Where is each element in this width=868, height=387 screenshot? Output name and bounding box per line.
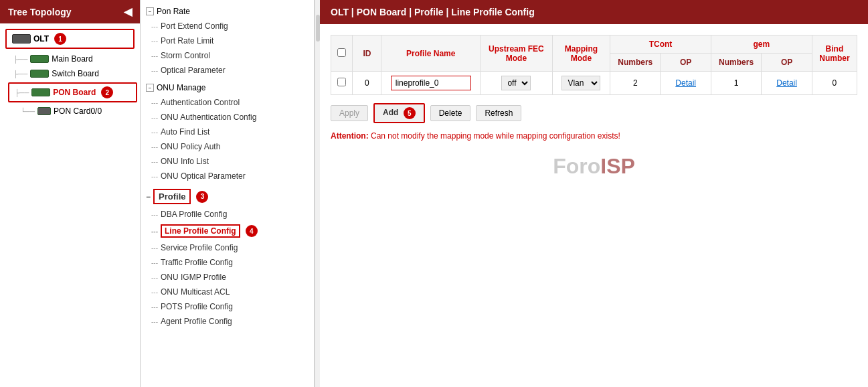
mainboard-item[interactable]: ├── Main Board: [8, 52, 137, 66]
ponrate-toggle[interactable]: −: [146, 7, 154, 15]
attention-text: Can not modify the mapping mode while ma…: [371, 131, 620, 141]
row-gem-numbers: 1: [711, 72, 761, 95]
tree-node-switchboard: ├── Switch Board: [3, 66, 137, 81]
badge-4: 4: [246, 225, 258, 237]
th-upstream-fec: Upstream FEC Mode: [481, 35, 553, 72]
row-mapping-mode: Vlan GEM: [552, 72, 610, 95]
line-profile-config-label: Line Profile Config: [161, 224, 240, 238]
switchboard-item[interactable]: ├── Switch Board: [8, 66, 137, 81]
row-profile-name: [381, 72, 481, 95]
tree-node-olt[interactable]: OLT 1: [5, 29, 135, 49]
refresh-button[interactable]: Refresh: [476, 105, 521, 121]
olt-icon: [12, 34, 31, 44]
row-checkbox-cell: [331, 72, 353, 95]
tree-sidebar: Tree Topology ◀ OLT 1 ├── Main Board: [0, 0, 141, 387]
watermark-suffix: ISP: [600, 154, 635, 178]
switchboard-label: Switch Board: [52, 69, 99, 78]
th-id[interactable]: ID: [353, 35, 381, 72]
sidebar-collapse-icon[interactable]: ◀: [124, 5, 132, 18]
nav-agent-profile-config[interactable]: Agent Profile Config: [141, 314, 314, 329]
poncard-label: PON Card0/0: [54, 106, 102, 116]
nav-optical-parameter[interactable]: Optical Parameter: [141, 63, 314, 78]
badge-1: 1: [54, 33, 66, 45]
app-container: Tree Topology ◀ OLT 1 ├── Main Board: [0, 0, 868, 387]
nav-onu-igmp-profile[interactable]: ONU IGMP Profile: [141, 270, 314, 285]
main-content: OLT | PON Board | Profile | Line Profile…: [320, 0, 868, 387]
ponboard-label: PON Board: [53, 88, 96, 97]
tree-node-ponboard: ├── PON Board 2 └── PON Card0/0: [3, 82, 137, 119]
tree-node-mainboard: ├── Main Board: [3, 52, 137, 66]
poncard-item[interactable]: └── PON Card0/0: [13, 104, 137, 119]
nav-onu-policy-auth[interactable]: ONU Policy Auth: [141, 139, 314, 154]
profile-section-label: Profile: [153, 189, 191, 204]
nav-auth-control[interactable]: Authentication Control: [141, 95, 314, 110]
nav-onu-multicast-acl[interactable]: ONU Multicast ACL: [141, 285, 314, 299]
table-row: 0 off on: [331, 72, 857, 95]
th-gem-group: gem: [711, 35, 812, 54]
breadcrumb-text: OLT | PON Board | Profile | Line Profile…: [331, 7, 535, 17]
mapping-mode-select[interactable]: Vlan GEM: [561, 76, 600, 90]
nav-scrollbar[interactable]: [315, 0, 320, 387]
ponboard-item[interactable]: ├── PON Board 2: [8, 82, 137, 102]
th-checkbox: [331, 35, 353, 72]
switchboard-icon: [30, 70, 49, 78]
nav-section-profile: − Profile 3 DBA Profile Config Line Prof…: [141, 185, 314, 330]
nav-dba-profile-config[interactable]: DBA Profile Config: [141, 207, 314, 222]
nav-traffic-profile-config[interactable]: Traffic Profile Config: [141, 255, 314, 270]
nav-onu-info-list[interactable]: ONU Info List: [141, 154, 314, 169]
th-tcont-numbers: Numbers: [610, 54, 661, 72]
th-tcont-op: OP: [661, 54, 711, 72]
ponrate-label: Pon Rate: [157, 7, 190, 16]
onumanage-section-header[interactable]: − ONU Manage: [141, 80, 314, 95]
nav-storm-control[interactable]: Storm Control: [141, 48, 314, 63]
profile-toggle[interactable]: −: [146, 192, 151, 202]
profile-section-header[interactable]: − Profile 3: [141, 186, 314, 207]
attention-message: Attention: Can not modify the mapping mo…: [331, 131, 857, 141]
nav-onu-auth-config[interactable]: ONU Authentication Config: [141, 110, 314, 125]
ponrate-section-header[interactable]: − Pon Rate: [141, 4, 314, 19]
poncard-icon: [37, 107, 51, 115]
line-profile-table: ID Profile Name Upstream FEC Mode Mappin…: [331, 35, 857, 95]
th-profile-name[interactable]: Profile Name: [381, 35, 481, 72]
add-button[interactable]: Add 5: [373, 103, 425, 123]
nav-port-extend-config[interactable]: Port Extend Config: [141, 19, 314, 33]
attention-label: Attention:: [331, 131, 369, 141]
select-all-checkbox[interactable]: [337, 48, 346, 57]
row-checkbox[interactable]: [337, 78, 346, 86]
badge-5: 5: [404, 107, 416, 119]
tree-root: OLT 1 ├── Main Board ├── Sw: [0, 23, 140, 119]
row-bind-number: 0: [812, 72, 857, 95]
gem-detail-link[interactable]: Detail: [776, 78, 797, 88]
watermark-prefix: Foro: [553, 154, 600, 178]
profile-name-input[interactable]: [391, 76, 471, 90]
apply-button[interactable]: Apply: [331, 105, 368, 121]
th-mapping-mode: Mapping Mode: [552, 35, 610, 72]
row-id: 0: [353, 72, 381, 95]
nav-service-profile-config[interactable]: Service Profile Config: [141, 240, 314, 255]
nav-scroll-thumb[interactable]: [316, 15, 320, 42]
ponboard-icon: [31, 88, 50, 96]
tree-node-poncard: └── PON Card0/0: [8, 104, 137, 119]
nav-menu-wrapper: − Pon Rate Port Extend Config Port Rate …: [141, 0, 320, 387]
nav-port-rate-limit[interactable]: Port Rate Limit: [141, 33, 314, 48]
nav-section-onumanage: − ONU Manage Authentication Control ONU …: [141, 79, 314, 185]
mainboard-icon: [30, 55, 49, 63]
sidebar-title: Tree Topology: [8, 7, 72, 17]
th-gem-op: OP: [762, 54, 812, 72]
delete-button[interactable]: Delete: [430, 105, 471, 121]
fec-mode-select[interactable]: off on: [501, 76, 531, 90]
row-tcont-op: Detail: [661, 72, 711, 95]
row-fec-mode: off on: [481, 72, 553, 95]
olt-label: OLT: [33, 34, 49, 44]
onumanage-toggle[interactable]: −: [146, 84, 154, 92]
nav-pots-profile-config[interactable]: POTS Profile Config: [141, 299, 314, 314]
nav-auto-find-list[interactable]: Auto Find List: [141, 125, 314, 139]
tcont-detail-link[interactable]: Detail: [675, 78, 696, 88]
row-tcont-numbers: 2: [610, 72, 661, 95]
sidebar-header: Tree Topology ◀: [0, 0, 140, 23]
nav-onu-optical-param[interactable]: ONU Optical Parameter: [141, 169, 314, 183]
row-gem-op: Detail: [762, 72, 812, 95]
nav-line-profile-config[interactable]: Line Profile Config 4: [141, 222, 314, 240]
th-tcont-group: TCont: [610, 35, 711, 54]
action-row: Apply Add 5 Delete Refresh: [331, 103, 857, 123]
